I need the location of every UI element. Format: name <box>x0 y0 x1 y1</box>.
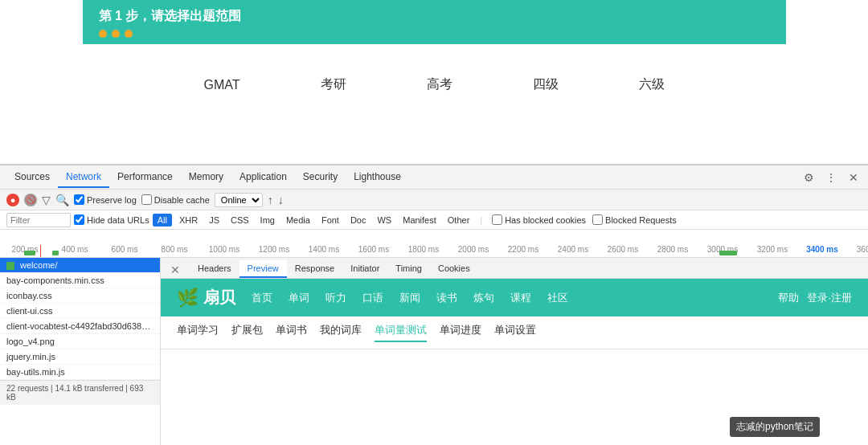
more-icon[interactable]: ⋮ <box>823 169 839 186</box>
nav-community[interactable]: 社区 <box>547 291 568 305</box>
filter-other[interactable]: Other <box>444 214 474 226</box>
file-item-iconbay[interactable]: iconbay.css <box>0 288 160 304</box>
tl-bar-red-1 <box>40 245 41 257</box>
record-button[interactable]: ● <box>6 194 19 206</box>
blocked-requests-checkbox[interactable]: Blocked Requests <box>592 214 677 225</box>
filter-img[interactable]: Img <box>256 214 279 226</box>
dot-red <box>99 30 107 38</box>
link-4ji[interactable]: 四级 <box>533 76 559 93</box>
webpage-links: GMAT 考研 高考 四级 六级 <box>0 44 868 109</box>
filter-xhr[interactable]: XHR <box>175 214 202 226</box>
detail-tab-headers[interactable]: Headers <box>190 260 240 278</box>
tl-bar-green-1 <box>24 251 35 255</box>
tl-bar-green-2 <box>52 251 59 255</box>
link-gmat[interactable]: GMAT <box>203 78 240 92</box>
detail-tab-response[interactable]: Response <box>287 260 343 278</box>
sub-nav-progress[interactable]: 单词进度 <box>440 323 481 342</box>
file-icon <box>6 262 14 270</box>
filter-js[interactable]: JS <box>205 214 223 226</box>
tl-9: 2000 ms <box>448 245 498 255</box>
file-item-client-ui[interactable]: client-ui.css <box>0 304 160 319</box>
filter-ws[interactable]: WS <box>373 214 395 226</box>
hide-data-urls-checkbox[interactable]: Hide data URLs <box>74 214 149 225</box>
browser-window: 第 1 步，请选择出题范围 GMAT 考研 高考 四级 六级 Sources N… <box>0 0 868 445</box>
search-icon[interactable]: 🔍 <box>55 194 69 206</box>
clear-button[interactable]: 🚫 <box>24 194 37 206</box>
file-item-client-vocabtest[interactable]: client-vocabtest-c4492fabd30d6386.css <box>0 319 160 334</box>
tl-2: 600 ms <box>100 245 149 255</box>
tab-network[interactable]: Network <box>58 167 109 188</box>
logo-icon: 🌿 <box>177 288 199 308</box>
tl-8: 1800 ms <box>399 245 448 255</box>
nav-help[interactable]: 帮助 <box>778 291 799 305</box>
download-icon[interactable]: ↓ <box>278 194 284 206</box>
nav-home[interactable]: 首页 <box>252 291 272 305</box>
tl-7: 1600 ms <box>349 245 399 255</box>
tl-bar-green-3 <box>719 251 737 255</box>
file-item-bay-utils[interactable]: bay-utils.min.js <box>0 365 160 380</box>
filter-media[interactable]: Media <box>282 214 314 226</box>
tab-application[interactable]: Application <box>231 167 295 188</box>
filter-css[interactable]: CSS <box>227 214 253 226</box>
detail-close-icon[interactable]: ✕ <box>167 262 183 278</box>
file-item-jquery[interactable]: jquery.min.js <box>0 349 160 365</box>
tl-17: 3600 ms <box>847 245 868 255</box>
filter-input[interactable] <box>6 213 71 227</box>
file-list: welcome/ bay-components.min.css iconbay.… <box>0 258 161 445</box>
dot-green <box>125 30 133 38</box>
preview-content: 🌿 扇贝 首页 单词 听力 口语 新闻 读书 炼句 课程 社区 <box>161 279 868 445</box>
link-gaokao[interactable]: 高考 <box>427 76 452 93</box>
sub-nav-study[interactable]: 单词学习 <box>177 323 219 342</box>
tl-10: 2200 ms <box>498 245 548 255</box>
tab-lighthouse[interactable]: Lighthouse <box>346 167 409 188</box>
nav-read[interactable]: 读书 <box>436 291 457 305</box>
sub-nav-pack[interactable]: 扩展包 <box>231 323 263 342</box>
sub-nav-test[interactable]: 单词量测试 <box>375 323 427 342</box>
nav-sentence[interactable]: 炼句 <box>473 291 494 305</box>
tl-12: 2600 ms <box>598 245 648 255</box>
filter-font[interactable]: Font <box>317 214 343 226</box>
nav-speak[interactable]: 口语 <box>362 291 383 305</box>
sub-nav-library[interactable]: 我的词库 <box>320 323 362 342</box>
filter-all[interactable]: All <box>153 214 172 227</box>
nav-news[interactable]: 新闻 <box>399 291 420 305</box>
tl-6: 1400 ms <box>299 245 349 255</box>
upload-icon[interactable]: ↑ <box>268 194 273 206</box>
settings-icon[interactable]: ⚙ <box>800 169 817 186</box>
preserve-log-checkbox[interactable]: Preserve log <box>74 194 137 205</box>
link-6ji[interactable]: 六级 <box>639 76 665 93</box>
detail-tab-cookies[interactable]: Cookies <box>430 260 478 278</box>
throttle-select[interactable]: Online <box>215 193 263 207</box>
filter-icon[interactable]: ▽ <box>42 194 51 206</box>
disable-cache-checkbox[interactable]: Disable cache <box>141 194 210 205</box>
tl-4: 1000 ms <box>199 245 249 255</box>
banner-dots <box>99 30 133 38</box>
nav-course[interactable]: 课程 <box>510 291 531 305</box>
detail-tab-timing[interactable]: Timing <box>387 260 430 278</box>
webpage-preview: 第 1 步，请选择出题范围 GMAT 考研 高考 四级 六级 <box>0 0 868 165</box>
detail-tab-initiator[interactable]: Initiator <box>342 260 387 278</box>
sub-nav-book[interactable]: 单词书 <box>276 323 307 342</box>
nav-listen[interactable]: 听力 <box>326 291 346 305</box>
link-kaoyan[interactable]: 考研 <box>321 76 346 93</box>
close-icon[interactable]: ✕ <box>845 169 862 186</box>
file-item-welcome[interactable]: welcome/ <box>0 258 160 273</box>
sub-nav-settings[interactable]: 单词设置 <box>494 323 536 342</box>
preview-site-header: 🌿 扇贝 首页 单词 听力 口语 新闻 读书 炼句 课程 社区 <box>161 279 868 316</box>
has-blocked-cookies-checkbox[interactable]: Has blocked cookies <box>492 214 586 225</box>
watermark: 志减的python笔记 <box>730 417 820 437</box>
detail-panel: ✕ Headers Preview Response Initiator Tim… <box>161 258 868 445</box>
tab-sources[interactable]: Sources <box>6 167 58 188</box>
nav-login[interactable]: 登录·注册 <box>807 291 852 305</box>
file-item-logo[interactable]: logo_v4.png <box>0 334 160 349</box>
banner-text: 第 1 步，请选择出题范围 <box>99 8 770 25</box>
file-item-bay-components[interactable]: bay-components.min.css <box>0 273 160 288</box>
devtools-tab-bar: Sources Network Performance Memory Appli… <box>0 165 868 190</box>
nav-word[interactable]: 单词 <box>289 291 309 305</box>
filter-manifest[interactable]: Manifest <box>399 214 440 226</box>
filter-doc[interactable]: Doc <box>346 214 371 226</box>
detail-tab-preview[interactable]: Preview <box>240 260 287 278</box>
tab-security[interactable]: Security <box>295 167 346 188</box>
tab-performance[interactable]: Performance <box>109 167 181 188</box>
tab-memory[interactable]: Memory <box>181 167 231 188</box>
